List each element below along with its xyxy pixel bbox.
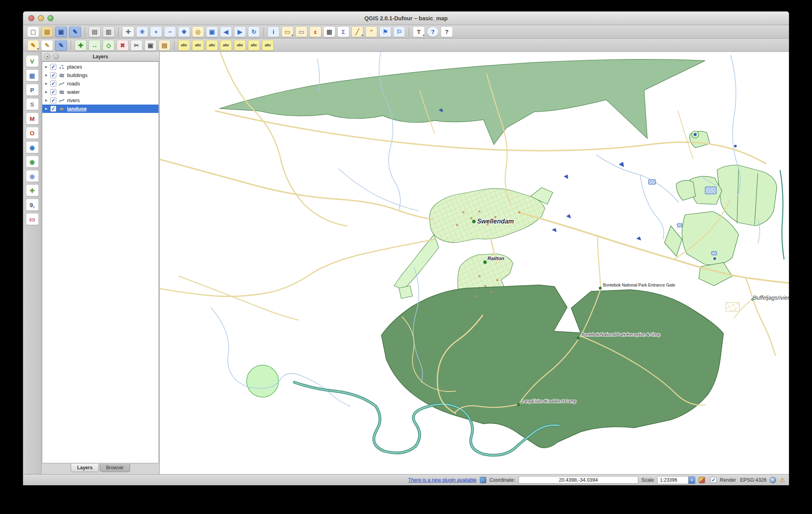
select-by-expression[interactable]: ε <box>309 26 321 37</box>
layer-checkbox[interactable]: ✓ <box>50 81 56 87</box>
layer-item-roads[interactable]: ▶✓roads <box>42 79 158 88</box>
zoom-in[interactable]: + <box>150 26 162 37</box>
toggle-editing[interactable]: ✎ <box>41 40 53 51</box>
crs-status-icon[interactable] <box>770 477 776 483</box>
panel-float-button[interactable]: ◻ <box>53 53 59 59</box>
layers-panel: ✕ ◻ Layers ▶✓places▶✓buildings▶✓roads▶✓w… <box>42 52 160 474</box>
panel-tab-layers[interactable]: Layers <box>71 464 99 472</box>
node-tool[interactable]: ◇ <box>103 40 115 51</box>
add-raster-layer[interactable]: ▦ <box>26 69 39 81</box>
save-project-as[interactable]: ✎ <box>69 26 81 37</box>
paste-features[interactable]: ▤ <box>158 40 170 51</box>
zoom-to-selection[interactable]: ◎ <box>192 26 204 37</box>
layer-labeling-options[interactable]: abc <box>178 40 190 51</box>
coordinate-input[interactable]: 20.4398,-34.0394 <box>519 476 638 484</box>
add-delimited-text-layer[interactable]: 9, <box>26 199 39 211</box>
add-feature[interactable]: ✚ <box>75 40 87 51</box>
plugin-icon[interactable] <box>480 477 486 483</box>
new-shapefile-layer[interactable]: ✚ <box>26 184 39 196</box>
pan-map[interactable]: ✛ <box>122 26 134 37</box>
add-spatialite-layer[interactable]: S <box>26 98 39 110</box>
zoom-window-button[interactable] <box>48 15 53 21</box>
copy-features[interactable]: ▣ <box>145 40 156 51</box>
new-print-composer[interactable]: ▤ <box>89 26 101 37</box>
zoom-next-icon: ▶ <box>238 29 242 35</box>
new-project[interactable]: ▢ <box>27 26 39 37</box>
show-hide-labels[interactable]: abc <box>220 40 232 51</box>
open-attribute-table[interactable]: ▦ <box>323 26 335 37</box>
touch-zoom[interactable]: ✳ <box>136 26 148 37</box>
add-mssql-layer[interactable]: M <box>26 113 39 125</box>
field-calculator[interactable]: Σ <box>337 26 349 37</box>
open-project[interactable]: ▨ <box>41 26 53 37</box>
expand-arrow-icon[interactable]: ▶ <box>44 65 48 69</box>
measure-line[interactable]: ╱▾ <box>351 26 363 37</box>
remove-layer[interactable]: ▭ <box>26 213 39 225</box>
layer-item-water[interactable]: ▶✓water <box>42 88 158 96</box>
expand-arrow-icon[interactable]: ▶ <box>44 99 48 102</box>
expand-arrow-icon[interactable]: ▶ <box>44 82 48 85</box>
zoom-full-extent-icon: ❖ <box>181 29 186 35</box>
deselect-features[interactable]: ▭ <box>295 26 307 37</box>
zoom-last[interactable]: ◀ <box>220 26 232 37</box>
layers-panel-header[interactable]: ✕ ◻ Layers <box>42 52 159 61</box>
title-bar[interactable]: QGIS 2.0.1-Dufour – basic_map <box>23 12 789 25</box>
refresh-map[interactable]: ↻ <box>248 26 260 37</box>
layer-checkbox[interactable]: ✓ <box>50 64 56 70</box>
layer-item-rivers[interactable]: ▶✓rivers <box>42 96 158 105</box>
panel-tab-browser[interactable]: Browser <box>100 464 130 472</box>
layer-item-places[interactable]: ▶✓places <box>42 63 158 71</box>
log-messages-icon[interactable]: ⚠ <box>779 477 786 483</box>
save-project[interactable]: ▣ <box>55 26 67 37</box>
expand-arrow-icon[interactable]: ▶ <box>44 73 48 77</box>
change-label-properties[interactable]: abc <box>262 40 274 51</box>
scale-combo[interactable]: 1:23396 ▾ <box>657 476 695 484</box>
move-feature[interactable]: ↔ <box>89 40 101 51</box>
layer-checkbox[interactable]: ✓ <box>50 89 56 95</box>
add-wms-layer[interactable]: ◉ <box>26 141 39 153</box>
map-canvas[interactable]: Swellendam Railton Bontebok National Par… <box>160 52 789 474</box>
whats-this[interactable]: ? <box>441 26 453 37</box>
cut-features[interactable]: ✂ <box>131 40 143 51</box>
toolbar-separator <box>85 27 85 37</box>
new-bookmark[interactable]: ⚑ <box>379 26 391 37</box>
zoom-next[interactable]: ▶ <box>234 26 246 37</box>
pin-unpin-labels[interactable]: abc <box>206 40 218 51</box>
help-contents[interactable]: ? <box>427 26 439 37</box>
move-label[interactable]: abc <box>234 40 246 51</box>
show-bookmarks[interactable]: ⚐ <box>393 26 405 37</box>
paint-icon[interactable] <box>699 477 705 483</box>
zoom-to-layer[interactable]: ▣ <box>206 26 218 37</box>
close-window-button[interactable] <box>28 15 34 21</box>
layer-checkbox[interactable]: ✓ <box>50 97 56 103</box>
delete-selected[interactable]: ✖ <box>117 40 129 51</box>
layer-checkbox[interactable]: ✓ <box>50 72 56 78</box>
minimize-window-button[interactable] <box>38 15 44 21</box>
rotate-label[interactable]: abc <box>248 40 260 51</box>
identify-features[interactable]: i <box>267 26 279 37</box>
text-annotation[interactable]: T▾ <box>413 26 425 37</box>
add-wfs-layer[interactable]: ◉ <box>26 170 39 182</box>
add-postgis-layer[interactable]: P <box>26 84 39 96</box>
layer-item-buildings[interactable]: ▶✓buildings <box>42 71 158 79</box>
save-layer-edits[interactable]: ✎ <box>55 40 67 51</box>
composer-manager[interactable]: ▥ <box>103 26 115 37</box>
add-wcs-layer[interactable]: ◉ <box>26 156 39 168</box>
current-edits[interactable]: ✎▾ <box>27 40 39 51</box>
expand-arrow-icon[interactable]: ▶ <box>44 90 48 94</box>
map-tips[interactable]: ” <box>365 26 377 37</box>
zoom-out[interactable]: − <box>164 26 176 37</box>
close-icon: ✕ <box>46 55 49 59</box>
new-plugin-link[interactable]: There is a new plugin available <box>408 477 477 483</box>
panel-close-button[interactable]: ✕ <box>44 53 50 59</box>
layer-item-landuse[interactable]: ▶✓landuse <box>42 105 158 113</box>
highlight-pinned-labels[interactable]: abc <box>192 40 204 51</box>
add-oracle-layer[interactable]: O <box>26 127 39 139</box>
expand-arrow-icon[interactable]: ▶ <box>44 107 48 111</box>
combo-dropdown-icon[interactable]: ▾ <box>688 476 695 484</box>
zoom-full-extent[interactable]: ❖ <box>178 26 190 37</box>
layer-checkbox[interactable]: ✓ <box>50 106 56 112</box>
render-checkbox[interactable]: ✓ <box>711 477 717 483</box>
select-features[interactable]: ▭▾ <box>281 26 293 37</box>
add-vector-layer[interactable]: V <box>26 55 39 67</box>
